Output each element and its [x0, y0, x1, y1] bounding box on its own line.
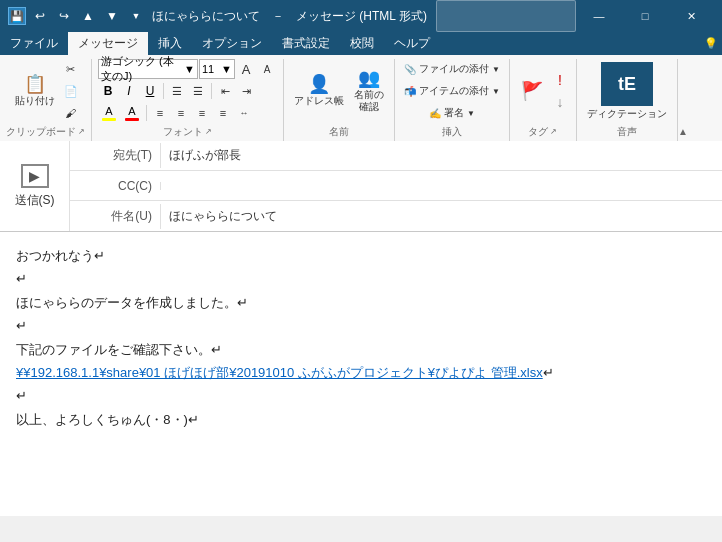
- attach-file-button[interactable]: 📎 ファイルの添付 ▼: [401, 59, 503, 79]
- names-buttons: 👤 アドレス帳 👥 名前の 確認: [290, 59, 388, 123]
- minimize-button[interactable]: —: [576, 0, 622, 32]
- tags-buttons: 🚩 ! ↓: [516, 59, 570, 123]
- rtl-button[interactable]: ↔: [234, 103, 254, 123]
- title-bar: 💾 ↩ ↪ ▲ ▼ ▼ ほにゃららについて － メッセージ (HTML 形式) …: [0, 0, 722, 32]
- tab-message[interactable]: メッセージ: [68, 32, 148, 55]
- address-book-button[interactable]: 👤 アドレス帳: [290, 67, 348, 115]
- ribbon-group-font: 游ゴシック (本文のJ) ▼ 11 ▼ A A B I: [92, 59, 284, 141]
- tab-file[interactable]: ファイル: [0, 32, 68, 55]
- bold-button[interactable]: B: [98, 81, 118, 101]
- up-button[interactable]: ▲: [78, 6, 98, 26]
- italic-button[interactable]: I: [119, 81, 139, 101]
- tab-insert[interactable]: 挿入: [148, 32, 192, 55]
- align-center-button[interactable]: ≡: [171, 103, 191, 123]
- cut-button[interactable]: ✂: [61, 59, 81, 79]
- file-link[interactable]: ¥¥192.168.1.1¥share¥01 ほげほげ部¥20191010 ふが…: [16, 365, 543, 380]
- font-color-text: A: [128, 105, 135, 117]
- ribbon-content: 📋 貼り付け ✂ 📄 🖌 クリップボード ↗: [0, 55, 722, 141]
- font-size-dropdown[interactable]: 11 ▼: [199, 59, 235, 79]
- font-color-button[interactable]: A: [121, 103, 143, 123]
- ribbon-tabs: ファイル メッセージ 挿入 オプション 書式設定 校閲 ヘルプ 💡: [0, 32, 722, 55]
- body-line-3: ほにゃららのデータを作成しました。↵: [16, 291, 706, 314]
- to-label[interactable]: 宛先(T): [70, 143, 160, 168]
- subject-value[interactable]: ほにゃららについて: [160, 204, 722, 229]
- check-names-button[interactable]: 👥 名前の 確認: [350, 67, 388, 115]
- help-icon[interactable]: 💡: [704, 37, 718, 50]
- paste-button[interactable]: 📋 貼り付け: [11, 67, 59, 115]
- font-grow-button[interactable]: A: [236, 59, 256, 79]
- dropdown-arrow-icon[interactable]: ▼: [126, 6, 146, 26]
- flag-button[interactable]: 🚩: [516, 67, 548, 115]
- attach-item-dropdown[interactable]: ▼: [492, 87, 500, 96]
- attach-file-icon: 📎: [404, 64, 416, 75]
- tab-review[interactable]: 校閲: [340, 32, 384, 55]
- maximize-button[interactable]: □: [622, 0, 668, 32]
- cc-value[interactable]: [160, 182, 722, 190]
- underline-button[interactable]: U: [140, 81, 160, 101]
- to-value[interactable]: ほげふが部長: [160, 143, 722, 168]
- sep3: [146, 105, 147, 121]
- increase-indent-button[interactable]: ⇥: [236, 81, 256, 101]
- search-box[interactable]: [436, 0, 576, 32]
- save-icon[interactable]: 💾: [8, 7, 26, 25]
- cc-row: CC(C): [70, 171, 722, 201]
- body-line-6: ¥¥192.168.1.1¥share¥01 ほげほげ部¥20191010 ふが…: [16, 361, 706, 384]
- decrease-indent-button[interactable]: ⇤: [215, 81, 235, 101]
- ribbon-group-insert: 📎 ファイルの添付 ▼ 📬 アイテムの添付 ▼ ✍ 署名 ▼: [395, 59, 510, 141]
- ribbon-group-dictation: tE ディクテーション 音声: [577, 59, 678, 141]
- align-left-button[interactable]: ≡: [150, 103, 170, 123]
- attach-item-button[interactable]: 📬 アイテムの添付 ▼: [401, 81, 503, 101]
- close-button[interactable]: ✕: [668, 0, 714, 32]
- address-book-icon: 👤: [308, 75, 330, 93]
- importance-low-button[interactable]: ↓: [550, 92, 570, 112]
- signature-button[interactable]: ✍ 署名 ▼: [401, 103, 503, 123]
- tab-help[interactable]: ヘルプ: [384, 32, 440, 55]
- undo-button[interactable]: ↩: [30, 6, 50, 26]
- bullet-list-button[interactable]: ☰: [167, 81, 187, 101]
- body-line-7: ↵: [16, 384, 706, 407]
- flag-icon: 🚩: [521, 80, 543, 102]
- paste-icon: 📋: [24, 75, 46, 93]
- font-label-row: フォント ↗: [163, 123, 212, 139]
- signature-dropdown[interactable]: ▼: [467, 109, 475, 118]
- font-controls: 游ゴシック (本文のJ) ▼ 11 ▼ A A B I: [98, 59, 277, 123]
- window-controls: — □ ✕: [436, 0, 714, 32]
- justify-button[interactable]: ≡: [213, 103, 233, 123]
- email-body[interactable]: おつかれなう↵ ↵ ほにゃららのデータを作成しました。↵ ↵ 下記のファイルをご…: [0, 232, 722, 516]
- font-expand-icon[interactable]: ↗: [205, 127, 212, 136]
- copy-button[interactable]: 📄: [61, 81, 81, 101]
- highlight-text: A: [105, 105, 112, 117]
- send-arrow-icon: ▶: [21, 164, 49, 188]
- clipboard-buttons: 📋 貼り付け ✂ 📄 🖌: [11, 59, 81, 123]
- tab-options[interactable]: オプション: [192, 32, 272, 55]
- font-name-size-row: 游ゴシック (本文のJ) ▼ 11 ▼ A A: [98, 59, 277, 79]
- down-button[interactable]: ▼: [102, 6, 122, 26]
- ribbon-group-names: 👤 アドレス帳 👥 名前の 確認 名前: [284, 59, 395, 141]
- address-area: ▶ 送信(S) 宛先(T) ほげふが部長 CC(C) 件名(U) ほにゃららにつ…: [0, 141, 722, 232]
- body-line-8: 以上、よろしくちゅん(・8・)↵: [16, 408, 706, 431]
- ribbon-group-clipboard: 📋 貼り付け ✂ 📄 🖌 クリップボード ↗: [0, 59, 92, 141]
- ribbon-collapse-button[interactable]: ▲: [678, 59, 690, 141]
- format-painter-button[interactable]: 🖌: [61, 103, 81, 123]
- font-shrink-button[interactable]: A: [257, 59, 277, 79]
- redo-button[interactable]: ↪: [54, 6, 74, 26]
- attach-file-dropdown[interactable]: ▼: [492, 65, 500, 74]
- highlight-color-button[interactable]: A: [98, 103, 120, 123]
- dropdown-arrow: ▼: [184, 63, 195, 75]
- insert-buttons: 📎 ファイルの添付 ▼ 📬 アイテムの添付 ▼ ✍ 署名 ▼: [401, 59, 503, 123]
- tags-expand-icon[interactable]: ↗: [550, 127, 557, 136]
- dictation-button[interactable]: tE ディクテーション: [583, 60, 671, 122]
- clipboard-expand-icon[interactable]: ↗: [78, 127, 85, 136]
- numbered-list-button[interactable]: ☰: [188, 81, 208, 101]
- body-line-5: 下記のファイルをご確認下さい。↵: [16, 338, 706, 361]
- send-button[interactable]: ▶ 送信(S): [0, 141, 70, 231]
- font-align-row: A A ≡ ≡ ≡ ≡ ↔: [98, 103, 254, 123]
- font-name-dropdown[interactable]: 游ゴシック (本文のJ) ▼: [98, 59, 198, 79]
- separator: [163, 83, 164, 99]
- body-line-4: ↵: [16, 314, 706, 337]
- align-right-button[interactable]: ≡: [192, 103, 212, 123]
- tab-format[interactable]: 書式設定: [272, 32, 340, 55]
- check-names-icon: 👥: [358, 69, 380, 87]
- cc-label[interactable]: CC(C): [70, 175, 160, 197]
- importance-high-button[interactable]: !: [550, 70, 570, 90]
